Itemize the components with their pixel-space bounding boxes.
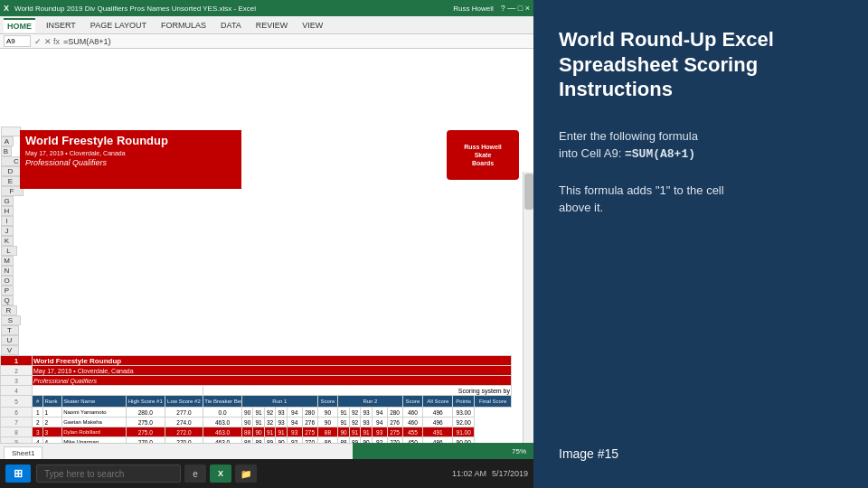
panel-section-2: This formula adds "1" to the cell above … — [559, 182, 843, 217]
spreadsheet-header: World Freestyle Roundup May 17, 2019 • C… — [20, 130, 241, 189]
score-cell: 93 — [276, 408, 287, 418]
header-cell: Final Score — [475, 396, 512, 408]
table-row: 8 3 3 Dylan Robillard 275.0 272.0 463.0 … — [1, 427, 512, 437]
taskbar-time: 11:02 AM — [452, 469, 486, 478]
window-controls[interactable]: ? — □ × — [501, 4, 530, 13]
formula-text: =SUM(A8+1) — [625, 147, 695, 161]
row-num: 4 — [1, 386, 33, 396]
col-header-p: P — [1, 286, 14, 296]
table-row: 6 1 1 Naomi Yamamoto 280.0 277.0 0.0 90 … — [1, 408, 512, 418]
qualifiers-cell: Professional Qualifiers — [33, 376, 512, 386]
excel-taskbar-icon[interactable]: X — [210, 465, 231, 483]
score-cell: 92.00 — [453, 418, 475, 427]
col-header-j: J — [1, 226, 14, 236]
score-cell: 93.00 — [453, 408, 475, 418]
score-cell: 94 — [287, 418, 302, 427]
folder-icon[interactable]: 📁 — [235, 465, 257, 483]
header-cell: All Score — [423, 396, 453, 408]
score-cell: 463.0 — [203, 427, 242, 437]
score-cell: 460 — [402, 408, 423, 418]
spreadsheet-grid: World Freestyle Roundup May 17, 2019 • C… — [0, 65, 523, 443]
header-cell: High Score #1 — [126, 396, 165, 408]
rank-cell: 1 — [43, 408, 62, 418]
tab-data[interactable]: DATA — [217, 19, 245, 32]
score-cell: 92 — [349, 408, 360, 418]
score-cell: 275 — [302, 427, 317, 437]
blank-cell — [33, 386, 203, 396]
score-cell: 88 — [317, 427, 338, 437]
taskbar-search[interactable] — [36, 465, 181, 483]
score-cell: 455 — [402, 427, 423, 437]
row-num: 2 — [1, 366, 33, 376]
scroll-thumb[interactable] — [524, 174, 533, 210]
row-num: 1 — [1, 356, 33, 366]
score-cell: 32 — [264, 418, 275, 427]
header-cell: Skater Name — [62, 396, 127, 408]
score-cell: 463.0 — [203, 418, 242, 427]
image-label: Image #15 — [559, 428, 843, 461]
scrollbar-vertical[interactable] — [523, 172, 533, 443]
image-label-container: Image #15 — [559, 374, 843, 461]
score-cell: 91 — [276, 427, 287, 437]
row-num: 6 — [1, 408, 33, 418]
skater-name: Naomi Yamamoto — [62, 408, 127, 418]
col-header-r: R — [1, 305, 17, 315]
score-cell: 280 — [302, 408, 317, 418]
cell-reference[interactable]: A9 — [4, 35, 31, 47]
excel-area: X World Roundup 2019 Div Qualifiers Pros… — [0, 0, 533, 488]
score-cell: 92 — [264, 408, 275, 418]
tab-home[interactable]: HOME — [4, 18, 35, 33]
zoom-level: 75% — [512, 447, 526, 455]
sheet-tab-1[interactable]: Sheet1 — [4, 446, 42, 459]
rank-cell: 1 — [33, 408, 43, 418]
score-cell: 275.0 — [126, 427, 165, 437]
score-cell: 277.0 — [165, 408, 203, 418]
tab-formulas[interactable]: FORMULAS — [157, 19, 210, 32]
score-cell: 276 — [302, 418, 317, 427]
score-cell: 280 — [387, 408, 402, 418]
table-row: 2 May 17, 2019 • Cloverdale, Canada — [1, 366, 512, 376]
table-row: 4 Scoring system by — [1, 386, 512, 396]
tab-insert[interactable]: INSERT — [42, 19, 80, 32]
score-cell: 276 — [387, 418, 402, 427]
col-header-s: S — [1, 315, 21, 325]
score-cell: 272.0 — [165, 427, 203, 437]
col-header-h: H — [1, 206, 14, 216]
start-button[interactable]: ⊞ — [5, 465, 31, 483]
scoring-label: Scoring system by — [203, 386, 512, 396]
logo-area: Russ HowellSkateBoards — [447, 130, 519, 180]
table-row: 1 World Freestyle Roundup — [1, 356, 512, 366]
score-cell: 90 — [338, 427, 349, 437]
header-cell: Rank — [43, 396, 62, 408]
score-cell: 275.0 — [126, 418, 165, 427]
table-row: 3 Professional Qualifiers — [1, 376, 512, 386]
score-cell: 88 — [241, 427, 252, 437]
tab-page-layout[interactable]: PAGE LAYOUT — [87, 19, 150, 32]
spreadsheet-date: May 17, 2019 • Cloverdale, Canada — [25, 150, 236, 156]
header-cell: Tie Breaker Best Run All 6 — [203, 396, 242, 408]
header-cell: Score — [402, 396, 423, 408]
score-cell: 93 — [287, 427, 302, 437]
col-header-d: D — [1, 166, 21, 176]
col-header-i: I — [1, 216, 14, 226]
col-header-v: V — [1, 345, 19, 355]
panel-section-1: Enter the following formula into Cell A9… — [559, 127, 843, 164]
score-cell: 91 — [338, 418, 349, 427]
col-header-a: A — [1, 136, 14, 146]
col-header-l: L — [1, 246, 17, 256]
score-cell: 94 — [372, 408, 387, 418]
score-cell: 275 — [387, 427, 402, 437]
score-cell: 91 — [264, 427, 275, 437]
edge-icon[interactable]: e — [184, 465, 206, 483]
col-header-b: B — [1, 146, 12, 156]
header-cell: Score — [317, 396, 338, 408]
row-num: 8 — [1, 427, 33, 437]
header-cell: Run 2 — [338, 396, 402, 408]
score-cell: 90 — [241, 408, 252, 418]
tab-review[interactable]: REVIEW — [252, 19, 292, 32]
score-cell: 491 — [423, 427, 453, 437]
rank-cell: 3 — [43, 427, 62, 437]
score-cell: 91 — [349, 427, 360, 437]
tab-view[interactable]: VIEW — [298, 19, 326, 32]
score-cell: 280.0 — [126, 408, 165, 418]
